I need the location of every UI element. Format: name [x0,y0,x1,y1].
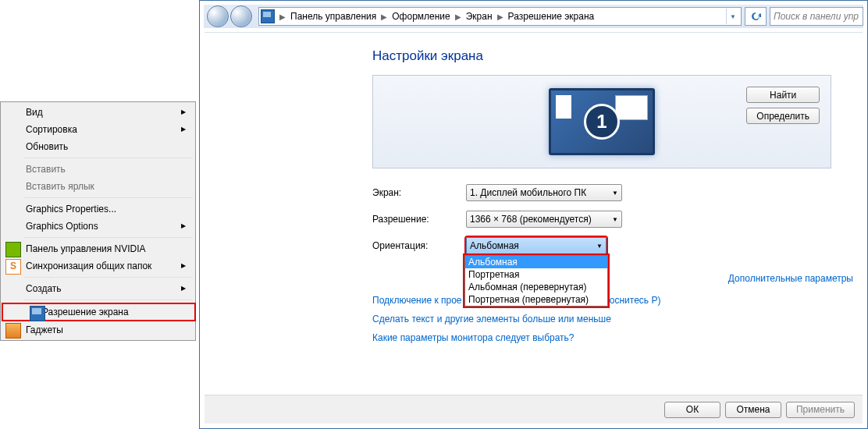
chevron-right-icon: ▶ [454,12,463,21]
cancel-button[interactable]: Отмена [725,402,781,418]
orientation-combo[interactable]: Альбомная▼ Альбомная Портретная Альбомна… [466,237,607,254]
menu-create[interactable]: Создать [2,280,194,297]
page-title: Настройки экрана [372,48,831,64]
chevron-right-icon: ▶ [278,12,287,21]
menu-screen-resolution[interactable]: Разрешение экрана [2,303,196,321]
breadcrumb-segment[interactable]: Разрешение экрана [505,9,598,24]
orientation-option[interactable]: Портретная [465,268,607,281]
chevron-right-icon: ▶ [496,12,505,21]
desktop-context-menu: Вид Сортировка Обновить Вставить Вставит… [0,101,196,341]
orientation-option[interactable]: Альбомная (перевернутая) [465,281,607,293]
screen-icon [30,306,45,321]
chevron-down-icon: ▼ [612,190,618,197]
menu-separator [24,158,193,158]
menu-separator [24,197,193,198]
breadcrumb-segment[interactable]: Экран [463,9,496,24]
menu-graphics-options[interactable]: Graphics Options [2,218,194,235]
menu-paste: Вставить [2,161,194,178]
breadcrumb-dropdown[interactable]: ▼ [726,9,739,24]
chevron-down-icon: ▼ [612,216,618,223]
nvidia-icon [5,242,21,257]
refresh-button[interactable] [745,7,767,26]
which-settings-link[interactable]: Какие параметры монитора следует выбрать… [372,332,831,343]
display-preview: 1 Найти Определить [372,75,831,168]
orientation-label: Ориентация: [372,240,466,251]
menu-graphics-properties[interactable]: Graphics Properties... [2,200,194,218]
breadcrumb-segment[interactable]: Панель управления [287,9,379,24]
nav-back-button[interactable] [207,5,229,27]
orientation-dropdown: Альбомная Портретная Альбомная (переверн… [464,255,608,307]
monitor-thumbnail[interactable]: 1 [549,88,655,155]
projector-link[interactable]: Подключение к прое [372,295,462,306]
menu-refresh[interactable]: Обновить [2,138,194,155]
control-panel-icon [261,9,275,23]
monitor-window-decor [615,95,648,120]
menu-gadgets[interactable]: Гаджеты [2,321,194,339]
monitor-number: 1 [584,104,620,140]
menu-separator [24,300,193,300]
menu-separator [24,237,193,238]
menu-paste-shortcut: Вставить ярлык [2,178,194,195]
dialog-footer: ОК Отмена Применить [205,395,863,424]
search-input[interactable]: Поиск в панели упр [770,7,863,26]
address-bar: ▶ Панель управления ▶ Оформление ▶ Экран… [204,5,863,28]
orientation-option[interactable]: Альбомная [465,256,607,268]
menu-view[interactable]: Вид [2,104,194,121]
chevron-right-icon: ▶ [379,12,389,21]
menu-nvidia[interactable]: Панель управления NVIDIA [2,240,194,257]
sync-icon: S [5,259,21,275]
nav-forward-button[interactable] [230,5,252,27]
breadcrumb-box[interactable]: ▶ Панель управления ▶ Оформление ▶ Экран… [258,7,742,26]
advanced-settings-link[interactable]: Дополнительные параметры [728,273,853,284]
menu-separator [24,277,193,278]
apply-button: Применить [786,402,855,418]
chevron-down-icon: ▼ [596,243,603,250]
resolution-label: Разрешение: [372,214,466,225]
breadcrumb-segment[interactable]: Оформление [389,9,453,24]
gadget-icon [5,323,21,339]
refresh-icon [750,11,761,22]
resolution-combo[interactable]: 1366 × 768 (рекомендуется)▼ [466,211,622,228]
identify-button[interactable]: Определить [746,108,820,124]
display-combo[interactable]: 1. Дисплей мобильного ПК▼ [466,184,622,201]
ok-button[interactable]: ОК [664,402,720,418]
find-button[interactable]: Найти [746,87,820,103]
orientation-option[interactable]: Портретная (перевернутая) [465,293,607,306]
text-size-link[interactable]: Сделать текст и другие элементы больше и… [372,314,831,324]
display-label: Экран: [372,187,466,198]
screen-resolution-window: ▶ Панель управления ▶ Оформление ▶ Экран… [199,0,868,429]
content-area: Настройки экрана 1 Найти Определить Экра… [205,32,863,394]
menu-sync-folders[interactable]: SСинхронизация общих папок [2,257,194,275]
menu-sort[interactable]: Сортировка [2,121,194,138]
